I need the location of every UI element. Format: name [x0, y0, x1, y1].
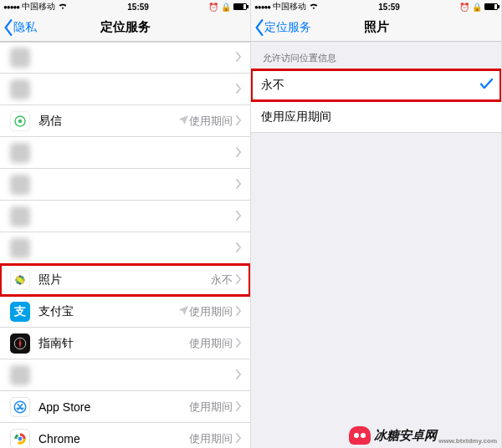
- location-arrow-icon: [178, 114, 189, 129]
- app-icon: [10, 206, 30, 227]
- section-header: 允许访问位置信息: [251, 42, 501, 69]
- detail-label: 使用期间: [189, 304, 233, 319]
- app-label: 支付宝: [38, 304, 178, 319]
- left-screen: ●●●●● 中国移动 15:59 ⏰ 🔒 隐私 定位服务 易信使用期间照片永不支…: [0, 0, 251, 448]
- svg-point-13: [18, 436, 23, 441]
- chevron-right-icon: [236, 114, 242, 129]
- svg-point-1: [18, 119, 23, 123]
- app-label: 指南针: [38, 336, 189, 351]
- alipay-icon: 支: [10, 302, 30, 322]
- watermark-url: www.btxtdmy.com: [438, 437, 497, 445]
- chevron-right-icon: [236, 431, 242, 446]
- chrome-icon: [10, 429, 30, 449]
- app-icon: [10, 365, 30, 385]
- app-icon: [10, 48, 30, 68]
- chevron-right-icon: [236, 50, 242, 65]
- app-row-9[interactable]: 指南针使用期间: [0, 328, 250, 359]
- app-row-8[interactable]: 支支付宝使用期间: [0, 296, 250, 328]
- signal-dots-icon: ●●●●●: [254, 3, 270, 11]
- back-button[interactable]: 隐私: [0, 19, 37, 36]
- app-row-photos[interactable]: 照片永不: [0, 264, 250, 296]
- compass-icon: [10, 333, 30, 354]
- detail-label: 使用期间: [189, 400, 233, 415]
- app-row-3[interactable]: [0, 137, 250, 169]
- detail-label: 永不: [211, 272, 233, 288]
- yixin-icon: [10, 111, 30, 131]
- chevron-right-icon: [236, 82, 242, 97]
- alarm-icon: ⏰: [208, 3, 218, 12]
- chevron-right-icon: [236, 368, 242, 383]
- chevron-right-icon: [236, 400, 242, 415]
- option-label: 永不: [261, 78, 480, 93]
- carrier-label: 中国移动: [22, 1, 55, 13]
- location-arrow-icon: [178, 304, 189, 319]
- app-row-11[interactable]: App Store使用期间: [0, 391, 250, 423]
- watermark: 冰糖安卓网 www.btxtdmy.com: [349, 426, 497, 445]
- alarm-icon: ⏰: [459, 3, 469, 12]
- battery-icon: [233, 3, 247, 10]
- status-bar: ●●●●● 中国移动 15:59 ⏰ 🔒: [0, 0, 250, 13]
- status-bar: ●●●●● 中国移动 15:59 ⏰ 🔒: [251, 0, 501, 13]
- app-row-5[interactable]: [0, 201, 250, 232]
- app-icon: [10, 238, 30, 258]
- clock: 15:59: [127, 3, 149, 12]
- detail-label: 使用期间: [189, 336, 233, 351]
- permission-option-1[interactable]: 使用应用期间: [251, 101, 501, 133]
- permission-option-0[interactable]: 永不: [251, 69, 501, 101]
- app-row-2[interactable]: 易信使用期间: [0, 105, 250, 137]
- app-label: 照片: [38, 272, 211, 288]
- back-button[interactable]: 定位服务: [251, 19, 311, 36]
- app-row-10[interactable]: [0, 359, 250, 391]
- app-label: App Store: [38, 400, 189, 414]
- detail-label: 使用期间: [189, 114, 233, 129]
- app-icon: [10, 79, 30, 99]
- chevron-right-icon: [236, 304, 242, 319]
- right-screen: ●●●●● 中国移动 15:59 ⏰ 🔒 定位服务 照片 允许访问位置信息 永不…: [251, 0, 502, 448]
- app-row-1[interactable]: [0, 74, 250, 105]
- clock: 15:59: [378, 3, 400, 12]
- back-label: 隐私: [13, 20, 37, 35]
- nav-bar: 隐私 定位服务: [0, 13, 250, 42]
- portrait-lock-icon: 🔒: [472, 3, 482, 12]
- detail-label: 使用期间: [189, 431, 233, 446]
- watermark-logo-icon: [349, 426, 371, 445]
- app-label: 易信: [38, 114, 178, 129]
- app-label: Chrome: [38, 432, 189, 445]
- chevron-right-icon: [236, 241, 242, 256]
- chevron-right-icon: [236, 336, 242, 351]
- chevron-right-icon: [236, 209, 242, 224]
- app-icon: [10, 175, 30, 195]
- wifi-icon: [309, 3, 319, 12]
- check-icon: [480, 78, 493, 93]
- page-title: 照片: [364, 19, 389, 35]
- app-row-12[interactable]: Chrome使用期间: [0, 423, 250, 448]
- app-row-4[interactable]: [0, 169, 250, 201]
- nav-bar: 定位服务 照片: [251, 13, 501, 42]
- chevron-right-icon: [236, 177, 242, 192]
- battery-icon: [484, 3, 498, 10]
- permission-list: 永不使用应用期间: [251, 69, 501, 133]
- watermark-text: 冰糖安卓网: [374, 428, 437, 444]
- portrait-lock-icon: 🔒: [221, 3, 231, 12]
- back-label: 定位服务: [264, 20, 311, 35]
- chevron-right-icon: [236, 145, 242, 160]
- wifi-icon: [58, 3, 68, 12]
- app-icon: [10, 143, 30, 163]
- app-row-6[interactable]: [0, 232, 250, 264]
- option-label: 使用应用期间: [261, 109, 493, 125]
- page-title: 定位服务: [100, 19, 151, 35]
- carrier-label: 中国移动: [273, 1, 306, 13]
- photos-icon: [10, 270, 30, 290]
- signal-dots-icon: ●●●●●: [3, 3, 19, 11]
- appstore-icon: [10, 397, 30, 417]
- app-row-0[interactable]: [0, 42, 250, 74]
- app-list[interactable]: 易信使用期间照片永不支支付宝使用期间指南针使用期间App Store使用期间Ch…: [0, 42, 250, 448]
- chevron-right-icon: [236, 272, 242, 288]
